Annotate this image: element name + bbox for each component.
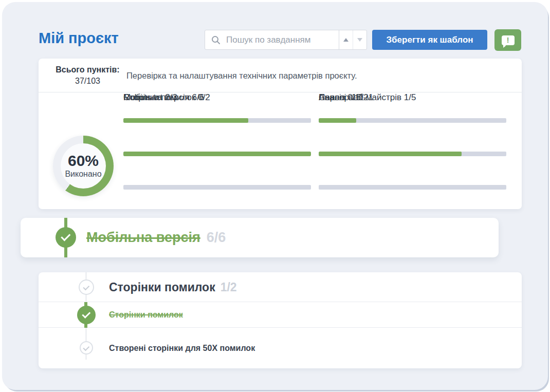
progress-bar — [319, 118, 506, 123]
progress-row: Сторінки помилок 0/2 — [123, 92, 311, 103]
progress-label: Сторінки помилок 0/2 — [123, 92, 311, 103]
tasks-title-text: Сторінки помилок — [109, 281, 215, 294]
check-icon — [82, 309, 90, 318]
progress-bar — [123, 118, 311, 123]
progress-row: Аналіз 0/11 — [319, 92, 506, 103]
progress-bar — [319, 185, 506, 190]
page-title: Мій проєкт — [39, 30, 119, 47]
check-icon — [61, 231, 70, 241]
search-prev-button[interactable] — [339, 30, 353, 49]
search-icon — [205, 35, 225, 45]
save-template-button[interactable]: Зберегти як шаблон — [372, 30, 487, 50]
donut-percent: 60% — [68, 153, 99, 169]
donut-inner: 60% Виконано — [61, 143, 106, 189]
check-icon — [83, 344, 89, 351]
check-circle-icon — [77, 306, 96, 324]
tasks-card: Сторінки помилок 1/2 Сторінки помилок Ст… — [39, 272, 522, 368]
tasks-section-count: 1/2 — [221, 281, 237, 294]
completed-section-title: Мобільна версія — [86, 230, 200, 246]
progress-column-right: Панелі веб-майстрів 1/5 Сервер 16/21 Ана… — [319, 92, 506, 209]
chevron-down-icon — [357, 38, 362, 42]
task-item-row[interactable]: Створені сторінки для 50X помилок — [39, 328, 522, 368]
total-points-label: Всього пунктів: — [48, 64, 127, 76]
completed-section-count: 6/6 — [207, 230, 226, 246]
search-next-button[interactable] — [353, 30, 366, 49]
progress-bar — [123, 152, 311, 156]
app-container: Мій проєкт Зберегти як шаблон ! Всього п… — [2, 2, 548, 390]
progress-bar — [123, 185, 311, 190]
check-icon — [83, 284, 89, 290]
progress-donut: 60% Виконано — [53, 136, 114, 196]
outline-check-circle-icon — [79, 279, 94, 295]
task-item-label: Створені сторінки для 50X помилок — [109, 328, 255, 368]
summary-header: Всього пунктів: 37/103 Перевірка та нала… — [39, 59, 522, 92]
check-circle-icon — [56, 227, 76, 248]
chevron-up-icon — [343, 38, 349, 42]
donut-caption: Виконано — [65, 170, 101, 179]
progress-column-left: Robots.txt 2/3 Мобільна версія 6/6 Сторі… — [123, 92, 311, 209]
task-item-label: Сторінки помилок — [109, 302, 183, 327]
tasks-section-title: Сторінки помилок 1/2 — [109, 272, 237, 302]
search-input[interactable] — [225, 34, 339, 46]
total-points: Всього пунктів: 37/103 — [48, 64, 127, 87]
task-item-row[interactable]: Сторінки помилок — [39, 302, 522, 328]
summary-card: Всього пунктів: 37/103 Перевірка та нала… — [39, 59, 522, 209]
project-description: Перевірка та налаштування технічних пара… — [126, 59, 357, 92]
progress-bar — [319, 152, 506, 156]
outline-check-circle-icon — [80, 341, 93, 354]
search-box[interactable] — [205, 30, 367, 50]
speech-bubble-exclamation-icon: ! — [502, 35, 515, 45]
progress-label: Аналіз 0/11 — [319, 92, 506, 103]
tasks-header-row[interactable]: Сторінки помилок 1/2 — [39, 272, 522, 302]
alert-button[interactable]: ! — [494, 29, 521, 51]
exclamation-glyph: ! — [507, 36, 509, 44]
total-points-value: 37/103 — [48, 76, 127, 87]
search-steppers — [339, 30, 366, 49]
completed-section-card[interactable]: Мобільна версія 6/6 — [21, 218, 499, 257]
